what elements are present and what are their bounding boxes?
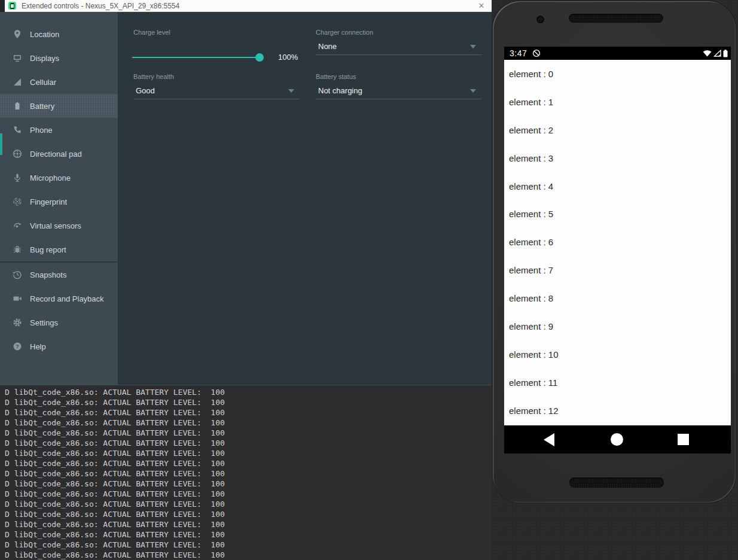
list-item[interactable]: element : 4 <box>504 172 731 200</box>
list-item[interactable]: element : 0 <box>504 60 731 88</box>
sidebar-item-label: Snapshots <box>30 270 66 279</box>
extended-controls-window: Extended controls - Nexus_5X_API_29_x86:… <box>0 0 492 385</box>
list-item[interactable]: element : 10 <box>504 340 731 369</box>
settings-icon <box>13 318 22 327</box>
sidebar-item-phone[interactable]: Phone <box>0 118 118 142</box>
log-line: D libQt_code_x86.so: ACTUAL BATTERY LEVE… <box>5 499 492 509</box>
sidebar-item-label: Help <box>30 342 46 351</box>
element-list: element : 0element : 1element : 2element… <box>504 60 731 425</box>
sidebar-item-microphone[interactable]: Microphone <box>0 166 118 190</box>
snapshots-icon <box>13 270 22 279</box>
battery-status-label: Battery status <box>316 73 356 80</box>
nav-back-icon[interactable] <box>544 433 554 446</box>
sidebar-item-virtual-sensors[interactable]: Virtual sensors <box>0 214 118 238</box>
log-line: D libQt_code_x86.so: ACTUAL BATTERY LEVE… <box>5 418 492 428</box>
charge-level-label: Charge level <box>133 29 170 36</box>
emulator-app-icon <box>8 2 16 10</box>
sidebar-item-label: Displays <box>30 54 59 63</box>
sidebar-item-label: Phone <box>30 126 53 135</box>
dpad-icon <box>13 149 22 159</box>
list-item[interactable]: element : 5 <box>504 200 731 228</box>
log-line: D libQt_code_x86.so: ACTUAL BATTERY LEVE… <box>5 489 492 499</box>
phone-icon <box>13 125 22 135</box>
battery-health-label: Battery health <box>133 73 174 80</box>
nav-recents-icon[interactable] <box>678 434 689 445</box>
list-item[interactable]: element : 3 <box>504 144 731 172</box>
location-icon <box>13 29 22 39</box>
window-titlebar: Extended controls - Nexus_5X_API_29_x86:… <box>0 0 492 12</box>
sidebar-item-label: Directional pad <box>30 150 82 159</box>
sidebar-item-label: Virtual sensors <box>30 221 81 230</box>
log-line: D libQt_code_x86.so: ACTUAL BATTERY LEVE… <box>5 540 492 550</box>
log-line: D libQt_code_x86.so: ACTUAL BATTERY LEVE… <box>5 509 492 519</box>
sidebar-item-battery[interactable]: Battery <box>0 94 118 118</box>
android-nav-bar <box>504 425 731 454</box>
battery-status-select[interactable]: Not charging <box>318 86 362 95</box>
virtual-sensors-icon <box>13 221 22 230</box>
sidebar-item-settings[interactable]: Settings <box>0 311 118 334</box>
sidebar-item-cellular[interactable]: Cellular <box>0 70 118 94</box>
sidebar-item-label: Fingerprint <box>30 197 67 206</box>
sidebar-item-label: Cellular <box>30 78 56 87</box>
phone-device-frame: 3:47 <box>493 1 736 503</box>
element-rows: element : 0element : 1element : 2element… <box>504 60 731 425</box>
log-line: D libQt_code_x86.so: ACTUAL BATTERY LEVE… <box>5 428 492 438</box>
log-line: D libQt_code_x86.so: ACTUAL BATTERY LEVE… <box>5 407 492 418</box>
chevron-down-icon[interactable] <box>470 45 476 48</box>
phone-glyph-icon <box>10 3 14 9</box>
cell-signal-icon <box>713 50 721 57</box>
earpiece-speaker-grille <box>569 14 663 23</box>
charge-level-slider-track[interactable] <box>132 57 259 58</box>
emulator-pane: 3:47 <box>492 0 738 560</box>
sidebar-item-label: Record and Playback <box>30 294 104 303</box>
battery-panel: Charge level 100% Charger connection Non… <box>118 12 492 385</box>
sidebar-item-directional-pad[interactable]: Directional pad <box>0 142 118 166</box>
sidebar-item-label: Settings <box>30 318 58 327</box>
battery-icon <box>13 101 22 111</box>
svg-text:?: ? <box>16 343 19 349</box>
charger-connection-select[interactable]: None <box>318 42 337 51</box>
battery-status-icon <box>723 50 728 57</box>
list-item[interactable]: element : 12 <box>504 397 731 425</box>
sidebar-item-label: Location <box>30 30 59 39</box>
list-item[interactable]: element : 1 <box>504 88 731 116</box>
phone-screen: 3:47 <box>504 47 731 454</box>
log-line: D libQt_code_x86.so: ACTUAL BATTERY LEVE… <box>5 479 492 489</box>
chevron-down-icon[interactable] <box>288 89 294 93</box>
sidebar-item-fingerprint[interactable]: Fingerprint <box>0 190 118 214</box>
charge-level-value: 100% <box>278 53 298 62</box>
bottom-speaker-grille <box>569 477 664 488</box>
sidebar-item-bug-report[interactable]: Bug report <box>0 238 118 261</box>
log-line: D libQt_code_x86.so: ACTUAL BATTERY LEVE… <box>5 529 492 540</box>
list-item[interactable]: element : 2 <box>504 116 731 144</box>
sidebar-item-record-playback[interactable]: Record and Playback <box>0 287 118 311</box>
list-item[interactable]: element : 7 <box>504 256 731 284</box>
status-bar: 3:47 <box>504 47 731 60</box>
logcat-console[interactable]: D libQt_code_x86.so: ACTUAL BATTERY LEVE… <box>0 385 492 560</box>
list-item[interactable]: element : 8 <box>504 284 731 312</box>
log-line: D libQt_code_x86.so: ACTUAL BATTERY LEVE… <box>5 438 492 448</box>
list-item[interactable]: element : 6 <box>504 228 731 256</box>
sidebar-item-location[interactable]: Location <box>0 22 118 46</box>
list-item[interactable]: element : 11 <box>504 369 731 397</box>
log-line: D libQt_code_x86.so: ACTUAL BATTERY LEVE… <box>5 519 492 529</box>
chevron-down-icon[interactable] <box>470 89 476 93</box>
log-line: D libQt_code_x86.so: ACTUAL BATTERY LEVE… <box>5 458 492 468</box>
battery-health-underline <box>133 99 300 99</box>
charger-connection-label: Charger connection <box>316 29 373 36</box>
charge-level-slider-thumb[interactable] <box>255 53 264 62</box>
microphone-icon <box>13 173 22 182</box>
battery-health-select[interactable]: Good <box>136 86 155 95</box>
sidebar-item-help[interactable]: ? Help <box>0 334 118 358</box>
sidebar: Location Displays Cellular <box>0 12 118 385</box>
displays-icon <box>13 53 22 63</box>
close-icon[interactable]: ✕ <box>476 1 487 11</box>
log-line: D libQt_code_x86.so: ACTUAL BATTERY LEVE… <box>5 397 492 407</box>
bug-report-icon <box>13 245 22 254</box>
sidebar-item-snapshots[interactable]: Snapshots <box>0 263 118 287</box>
window-accent-strip <box>0 133 2 155</box>
sidebar-item-displays[interactable]: Displays <box>0 46 118 70</box>
wifi-icon <box>703 50 712 57</box>
nav-home-icon[interactable] <box>611 433 623 446</box>
list-item[interactable]: element : 9 <box>504 312 731 340</box>
